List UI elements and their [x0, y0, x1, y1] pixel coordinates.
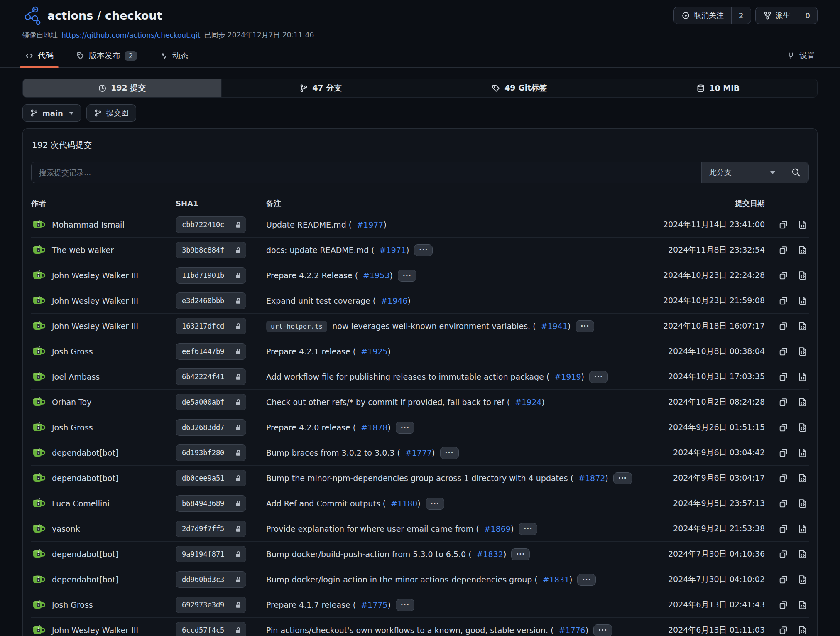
commit-sha-badge[interactable]: 692973e3d9	[176, 597, 246, 613]
commit-sha-badge[interactable]: d632683dd7	[176, 419, 246, 436]
tab-activity[interactable]: 动态	[157, 47, 191, 67]
issue-link[interactable]: #1924	[515, 398, 541, 407]
commit-more-button[interactable]: ···	[440, 447, 459, 459]
forks-count[interactable]: 0	[798, 7, 817, 24]
stat-tags[interactable]: 49 Git标签	[420, 79, 619, 97]
commit-graph-button[interactable]: 提交图	[86, 104, 136, 122]
browse-source-button[interactable]	[797, 625, 808, 636]
browse-source-button[interactable]	[797, 473, 808, 484]
issue-link[interactable]: #1925	[361, 347, 387, 356]
copy-sha-button[interactable]	[778, 473, 789, 484]
issue-link[interactable]: #1878	[361, 423, 387, 432]
commit-sha-badge[interactable]: 6b42224f41	[176, 368, 246, 385]
copy-sha-button[interactable]	[778, 371, 789, 382]
issue-link[interactable]: #1971	[380, 246, 406, 255]
copy-sha-button[interactable]	[778, 447, 789, 458]
commit-sha-badge[interactable]: 11bd71901b	[176, 267, 246, 284]
browse-source-button[interactable]	[797, 523, 808, 534]
commit-more-button[interactable]: ···	[511, 548, 530, 560]
commit-more-button[interactable]: ···	[414, 244, 433, 256]
author-name[interactable]: dependabot[bot]	[52, 575, 118, 584]
issue-link[interactable]: #1941	[541, 322, 568, 331]
browse-source-button[interactable]	[797, 270, 808, 281]
author-name[interactable]: dependabot[bot]	[52, 550, 118, 559]
author-name[interactable]: John Wesley Walker III	[52, 271, 138, 280]
branch-selector[interactable]: main	[22, 104, 81, 122]
copy-sha-button[interactable]	[778, 422, 789, 433]
commit-more-button[interactable]: ···	[426, 498, 444, 510]
issue-link[interactable]: #1180	[391, 499, 417, 508]
issue-link[interactable]: #1777	[405, 448, 432, 457]
commit-sha-badge[interactable]: 6ccd57f4c5	[176, 622, 246, 636]
commit-sha-badge[interactable]: 9a9194f871	[176, 546, 246, 562]
author-name[interactable]: Josh Gross	[52, 423, 93, 432]
copy-sha-button[interactable]	[778, 245, 789, 255]
commit-sha-badge[interactable]: de5a000abf	[176, 394, 246, 410]
author-name[interactable]: John Wesley Walker III	[52, 296, 138, 305]
commit-more-button[interactable]: ···	[396, 422, 414, 434]
author-name[interactable]: Josh Gross	[52, 347, 93, 356]
repo-owner-link[interactable]: actions	[47, 9, 93, 22]
author-name[interactable]: Josh Gross	[52, 600, 93, 609]
commit-sha-badge[interactable]: 3b9b8c884f	[176, 242, 246, 258]
commit-sha-badge[interactable]: e3d2460bbb	[176, 292, 246, 309]
browse-source-button[interactable]	[797, 422, 808, 433]
issue-link[interactable]: #1872	[578, 474, 605, 483]
stat-size[interactable]: 10 MiB	[619, 79, 818, 97]
copy-sha-button[interactable]	[778, 523, 789, 534]
issue-link[interactable]: #1775	[361, 600, 387, 609]
author-name[interactable]: John Wesley Walker III	[52, 322, 138, 331]
copy-sha-button[interactable]	[778, 625, 789, 636]
browse-source-button[interactable]	[797, 397, 808, 408]
browse-source-button[interactable]	[797, 346, 808, 357]
commit-sha-badge[interactable]: 6d193bf280	[176, 444, 246, 461]
copy-sha-button[interactable]	[778, 321, 789, 332]
tab-code[interactable]: 代码	[22, 47, 56, 67]
commit-sha-badge[interactable]: cbb722410c	[176, 216, 246, 233]
tab-settings[interactable]: 设置	[784, 47, 818, 67]
author-name[interactable]: Mohammad Ismail	[52, 220, 125, 229]
copy-sha-button[interactable]	[778, 295, 789, 306]
author-name[interactable]: Orhan Toy	[52, 398, 91, 407]
tab-releases[interactable]: 版本发布 2	[73, 47, 140, 67]
unwatch-button-label-part[interactable]: 取消关注	[674, 7, 732, 24]
browse-source-button[interactable]	[797, 321, 808, 332]
author-name[interactable]: dependabot[bot]	[52, 474, 118, 483]
unwatch-button[interactable]: 取消关注 2	[673, 7, 751, 24]
browse-source-button[interactable]	[797, 371, 808, 382]
commit-sha-badge[interactable]: 2d7d9f7ff5	[176, 521, 246, 537]
search-button[interactable]	[783, 162, 808, 183]
author-name[interactable]: Luca Comellini	[52, 499, 110, 508]
copy-sha-button[interactable]	[778, 574, 789, 585]
issue-link[interactable]: #1953	[363, 271, 389, 280]
browse-source-button[interactable]	[797, 219, 808, 230]
author-name[interactable]: John Wesley Walker III	[52, 626, 138, 635]
commit-more-button[interactable]: ···	[396, 599, 414, 611]
copy-sha-button[interactable]	[778, 498, 789, 509]
browse-source-button[interactable]	[797, 295, 808, 306]
branch-filter-select[interactable]: 此分支	[701, 162, 783, 183]
commit-more-button[interactable]: ···	[593, 624, 612, 636]
commit-sha-badge[interactable]: db0cee9a51	[176, 470, 246, 486]
commit-more-button[interactable]: ···	[576, 320, 594, 332]
copy-sha-button[interactable]	[778, 599, 789, 610]
author-name[interactable]: Joel Ambass	[52, 372, 100, 381]
issue-link[interactable]: #1831	[543, 575, 569, 584]
commit-sha-badge[interactable]: dd960bd3c3	[176, 571, 246, 588]
stat-branches[interactable]: 47 分支	[221, 79, 420, 97]
issue-link[interactable]: #1776	[558, 626, 585, 635]
fork-button[interactable]: 派生 0	[755, 7, 818, 24]
copy-sha-button[interactable]	[778, 270, 789, 281]
commit-sha-badge[interactable]: 163217dfcd	[176, 318, 246, 334]
copy-sha-button[interactable]	[778, 397, 789, 408]
copy-sha-button[interactable]	[778, 549, 789, 560]
commit-more-button[interactable]: ···	[589, 371, 608, 383]
author-name[interactable]: dependabot[bot]	[52, 448, 118, 457]
search-input[interactable]	[32, 162, 701, 183]
author-name[interactable]: yasonk	[52, 524, 80, 533]
commit-more-button[interactable]: ···	[398, 270, 416, 282]
browse-source-button[interactable]	[797, 245, 808, 255]
commit-more-button[interactable]: ···	[613, 472, 632, 484]
issue-link[interactable]: #1946	[381, 296, 407, 305]
commit-sha-badge[interactable]: b684943689	[176, 495, 246, 512]
